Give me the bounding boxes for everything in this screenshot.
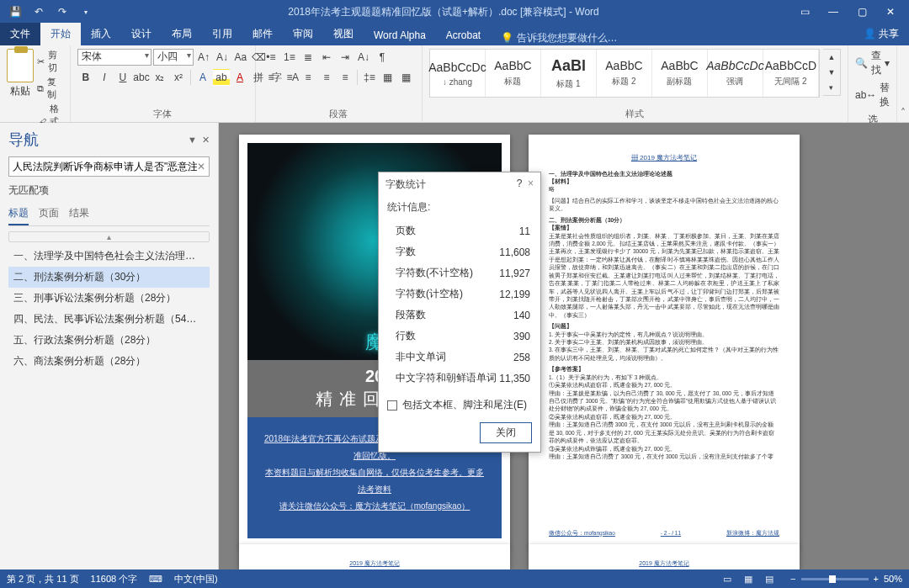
read-mode-icon[interactable]: ▭	[718, 574, 736, 585]
highlight-button[interactable]: ab	[213, 69, 230, 86]
text-effects-button[interactable]: A	[194, 69, 211, 86]
nav-search-box[interactable]: ✕	[8, 156, 210, 177]
nav-dropdown-icon[interactable]: ▼	[188, 135, 197, 146]
tell-me-search[interactable]: 💡 告诉我您想要做什么…	[491, 31, 853, 45]
maximize-icon[interactable]: ▢	[850, 6, 874, 18]
replace-button[interactable]: ab↔ 替换	[855, 81, 890, 109]
increase-indent-button[interactable]: ⇥	[337, 49, 354, 66]
sort-button[interactable]: A↓	[355, 49, 372, 66]
tab-home[interactable]: 开始	[40, 23, 81, 45]
align-center-button[interactable]: ≡	[281, 69, 298, 86]
minimize-icon[interactable]: —	[821, 6, 845, 18]
decrease-indent-button[interactable]: ⇤	[318, 49, 335, 66]
nav-heading-item[interactable]: 四、民法、民事诉讼法案例分析题（54分）	[8, 309, 210, 330]
web-layout-icon[interactable]: ▤	[760, 574, 779, 585]
numbering-button[interactable]: 1≡	[281, 49, 298, 66]
style-item[interactable]: AaBbCcDc强调	[708, 50, 763, 97]
cut-button[interactable]: ✂ 剪切	[37, 49, 63, 74]
tab-alpha[interactable]: Word Alpha	[364, 25, 436, 45]
subscript-button[interactable]: x₂	[152, 69, 168, 86]
group-paragraph: •≡ 1≡ ≣ ⇤ ⇥ A↓ ¶ ≡ ≡ ≡ ≡ ≡ ‡≡ ▦ ▦ 段落	[256, 45, 423, 122]
justify-button[interactable]: ≡	[318, 69, 335, 86]
nav-collapse-toggle[interactable]: ▴	[8, 231, 210, 242]
dialog-close-icon[interactable]: ×	[528, 177, 534, 189]
superscript-button[interactable]: x²	[170, 69, 187, 86]
tab-acrobat[interactable]: Acrobat	[436, 25, 491, 45]
style-item[interactable]: AaBbCcDc↓ zhang	[430, 50, 486, 97]
style-item[interactable]: AaBbC标题 2	[597, 50, 652, 97]
tab-review[interactable]: 审阅	[283, 23, 323, 45]
styles-expand-icon[interactable]: ▾	[823, 80, 840, 95]
bullets-button[interactable]: •≡	[263, 49, 279, 66]
status-word-count[interactable]: 11608 个字	[91, 573, 138, 585]
style-item[interactable]: AaBbC副标题	[652, 50, 708, 97]
grow-font-button[interactable]: A↑	[195, 49, 212, 66]
page2-case-text: 王某是某社会性质组织的组织者，刘某、林某、丁某积极参加。某日，王某、刘某在某店消…	[549, 232, 779, 320]
zoom-out-icon[interactable]: −	[790, 574, 795, 584]
nav-tab-headings[interactable]: 标题	[8, 203, 29, 225]
save-icon[interactable]: 💾	[7, 3, 24, 20]
document-area[interactable]: 魔 20 精准回忆版 2018年法考官方不再公布试题及答案，因此此版本为考生精准…	[219, 123, 909, 569]
change-case-button[interactable]: Aa	[232, 49, 249, 66]
tab-file[interactable]: 文件	[0, 23, 40, 45]
bold-button[interactable]: B	[77, 69, 94, 86]
nav-close-icon[interactable]: ✕	[202, 135, 210, 146]
zoom-slider[interactable]	[801, 578, 869, 580]
zoom-level[interactable]: 50%	[884, 574, 902, 584]
styles-scroll-up-icon[interactable]: ▲	[823, 50, 840, 65]
italic-button[interactable]: I	[96, 69, 113, 86]
paste-button[interactable]: 粘贴	[7, 49, 34, 98]
nav-tab-results[interactable]: 结果	[69, 203, 89, 225]
align-left-button[interactable]: ≡	[263, 69, 279, 86]
nav-tab-pages[interactable]: 页面	[39, 203, 59, 225]
redo-icon[interactable]: ↷	[54, 3, 71, 20]
include-footnotes-checkbox[interactable]: 包括文本框、脚注和尾注(E)	[387, 398, 532, 412]
style-item[interactable]: AaBl标题 1	[541, 50, 597, 97]
share-button[interactable]: 👤 共享	[853, 23, 909, 45]
styles-gallery[interactable]: AaBbCcDc↓ zhangAaBbC标题AaBl标题 1AaBbC标题 2A…	[429, 49, 820, 98]
tab-mailings[interactable]: 邮件	[242, 23, 283, 45]
shading-button[interactable]: ▦	[380, 69, 396, 86]
tab-design[interactable]: 设计	[121, 23, 162, 45]
tab-insert[interactable]: 插入	[81, 23, 121, 45]
copy-button[interactable]: ⧉ 复制	[37, 76, 63, 101]
undo-icon[interactable]: ↶	[30, 3, 47, 20]
nav-search-input[interactable]	[13, 161, 197, 172]
nav-search-close-icon[interactable]: ✕	[197, 161, 205, 172]
align-right-button[interactable]: ≡	[300, 69, 316, 86]
tab-references[interactable]: 引用	[202, 23, 242, 45]
font-color-button[interactable]: A	[231, 69, 248, 86]
tab-layout[interactable]: 布局	[162, 23, 202, 45]
nav-heading-item[interactable]: 五、行政法案例分析题（28分）	[8, 330, 210, 351]
status-proofing-icon[interactable]: ⌨	[149, 574, 162, 585]
strike-button[interactable]: abc	[133, 69, 150, 86]
nav-heading-item[interactable]: 六、商法案例分析题（28分）	[8, 351, 210, 372]
dialog-close-button[interactable]: 关闭	[480, 422, 532, 443]
styles-scroll-down-icon[interactable]: ▼	[823, 65, 840, 80]
nav-heading-item[interactable]: 一、法理学及中国特色社会主义法治理论论述题	[8, 246, 210, 267]
font-name-combo[interactable]: 宋体	[77, 49, 152, 66]
collapse-ribbon-icon[interactable]: ˄	[897, 45, 909, 122]
style-item[interactable]: AaBbC标题	[486, 50, 541, 97]
find-button[interactable]: 🔍 查找 ▾	[855, 49, 890, 77]
status-page[interactable]: 第 2 页，共 11 页	[7, 573, 79, 585]
print-layout-icon[interactable]: ▦	[739, 574, 758, 585]
font-size-combo[interactable]: 小四	[153, 49, 194, 66]
shrink-font-button[interactable]: A↓	[214, 49, 231, 66]
multilevel-button[interactable]: ≣	[300, 49, 316, 66]
show-marks-button[interactable]: ¶	[374, 49, 391, 66]
zoom-in-icon[interactable]: +	[874, 574, 879, 584]
style-item[interactable]: AaBbCcD无间隔 2	[763, 50, 819, 97]
ribbon-options-icon[interactable]: ▭	[793, 6, 816, 18]
tab-view[interactable]: 视图	[323, 23, 364, 45]
status-language[interactable]: 中文(中国)	[174, 573, 217, 585]
distribute-button[interactable]: ≡	[337, 69, 354, 86]
underline-button[interactable]: U	[114, 69, 131, 86]
nav-heading-item[interactable]: 三、刑事诉讼法案例分析题（28分）	[8, 288, 210, 309]
nav-heading-item[interactable]: 二、刑法案例分析题（30分）	[8, 267, 210, 288]
qat-more-icon[interactable]: ▾	[77, 3, 94, 20]
borders-button[interactable]: ▦	[398, 69, 415, 86]
line-spacing-button[interactable]: ‡≡	[361, 69, 378, 86]
close-icon[interactable]: ✕	[879, 6, 902, 18]
dialog-help-icon[interactable]: ?	[517, 177, 523, 189]
